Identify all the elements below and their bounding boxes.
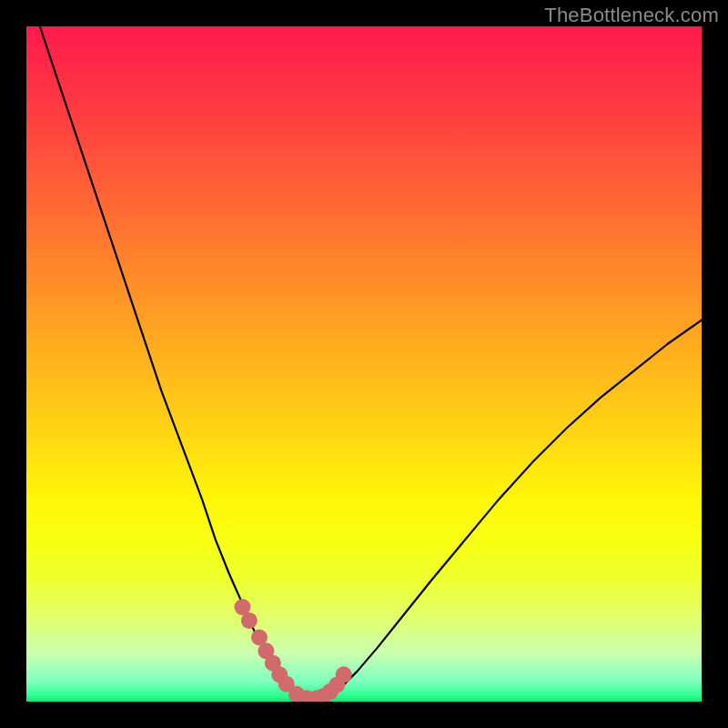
bottleneck-curve xyxy=(40,26,702,698)
marker-point xyxy=(241,612,258,629)
watermark-text: TheBottleneck.com xyxy=(544,4,719,27)
bottleneck-chart xyxy=(26,26,702,702)
marker-point xyxy=(336,666,352,682)
chart-frame: TheBottleneck.com xyxy=(0,0,728,728)
plot-area xyxy=(26,26,702,702)
